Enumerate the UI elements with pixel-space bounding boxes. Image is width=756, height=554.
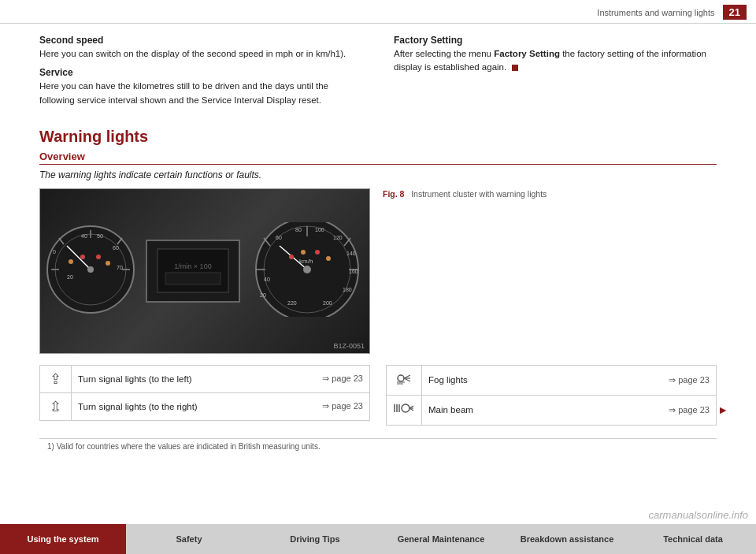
instrument-figure: 20 40 50 60 70 0 [39,188,717,354]
right-table-wrapper: Fog lights ⇒ page 23 [386,365,717,426]
nav-label-driving-tips: Driving Tips [290,534,339,544]
bottom-navigation: Using the system Safety Driving Tips Gen… [0,524,756,554]
main-content: Second speed Here you can switch on the … [0,24,756,459]
nav-item-safety[interactable]: Safety [126,524,252,554]
svg-line-50 [404,378,410,381]
svg-point-44 [301,250,306,255]
svg-text:60: 60 [113,245,119,251]
nav-label-general-maintenance: General Maintenance [398,534,485,544]
fog-lights-desc-cell: Fog lights [422,365,575,395]
main-beam-desc-cell: Main beam [422,395,575,425]
center-display: 1/min × 100 [146,240,240,303]
svg-text:50: 50 [97,233,103,239]
table-row: Main beam ⇒ page 23 ► [387,395,717,425]
svg-text:40: 40 [81,233,87,239]
fig-caption: Fig. 8 Instrument cluster with warning l… [383,189,547,199]
nav-item-technical-data[interactable]: Technical data [630,524,756,554]
svg-text:180: 180 [343,287,352,292]
table-row: ⇫ Turn signal lights (to the right) ⇒ pa… [40,392,370,420]
right-column: Factory Setting After selecting the menu… [394,35,717,113]
svg-text:220: 220 [287,300,297,306]
right-warning-table: Fog lights ⇒ page 23 [386,365,717,426]
watermark: carmanualsonline.info [649,509,748,521]
left-gauge-container: 20 40 50 60 70 0 [43,222,138,319]
overview-bar: Overview [39,151,717,165]
svg-point-45 [315,250,320,255]
service-text: Here you can have the kilometres still t… [39,80,362,107]
service-title: Service [39,67,362,78]
link-cell-2: ⇒ page 23 [284,392,369,420]
nav-label-technical-data: Technical data [663,534,723,544]
main-beam-svg [393,400,415,416]
center-display-svg: 1/min × 100 [154,245,232,296]
image-caption-area: Fig. 8 Instrument cluster with warning l… [383,188,717,199]
svg-point-43 [289,255,294,259]
left-warning-table: ⇪ Turn signal lights (to the left) ⇒ pag… [39,365,370,421]
overview-text: The warning lights indicate certain func… [39,169,717,180]
nav-item-general-maintenance[interactable]: General Maintenance [378,524,504,554]
svg-text:60: 60 [276,235,282,240]
svg-rect-19 [158,249,228,292]
icon-cell-right-2 [387,395,422,425]
main-beam-desc: Main beam [428,405,473,415]
svg-point-30 [303,266,311,273]
main-beam-icon [393,403,415,419]
svg-text:20: 20 [67,274,73,280]
next-page-arrow: ► [717,403,728,416]
left-column: Second speed Here you can switch on the … [39,35,362,113]
footnote: 1) Valid for countries where the values … [39,438,717,451]
right-gauge-container: 40 60 80 100 120 140 160 180 200 220 20 [248,222,366,319]
turn-right-desc: Turn signal lights (to the right) [78,402,198,411]
overview-title: Overview [39,151,717,162]
svg-text:40: 40 [264,277,270,282]
svg-text:0: 0 [53,249,56,255]
link-cell-1: ⇒ page 23 [284,365,369,392]
svg-point-17 [96,255,101,259]
svg-text:120: 120 [333,235,343,240]
svg-point-46 [326,256,331,261]
svg-point-47 [398,375,404,381]
second-speed-title: Second speed [39,35,362,46]
nav-label-breakdown-assistance: Breakdown assistance [521,534,614,544]
svg-text:1/min × 100: 1/min × 100 [174,262,211,270]
fig-description: Instrument cluster with warning lights [411,189,547,199]
instrument-image-inner: 20 40 50 60 70 0 [40,189,369,353]
table-row: Fog lights ⇒ page 23 [387,365,717,395]
turn-left-desc: Turn signal lights (to the left) [78,374,192,384]
fog-lights-desc: Fog lights [428,375,468,385]
svg-text:km/h: km/h [299,258,313,265]
second-speed-text: Here you can switch on the display of th… [39,47,362,61]
red-bullet [512,65,518,71]
nav-item-breakdown-assistance[interactable]: Breakdown assistance [504,524,630,554]
chapter-title: Instruments and warning lights [597,8,714,17]
turn-left-link[interactable]: ⇒ page 23 [322,374,363,383]
table-row: ⇪ Turn signal lights (to the left) ⇒ pag… [40,365,370,392]
svg-text:80: 80 [295,227,302,232]
description-cell-1: Turn signal lights (to the left) [72,365,284,392]
gauges-group: 20 40 50 60 70 0 [43,222,366,319]
svg-point-56 [402,404,410,412]
factory-setting-text: After selecting the menu Factory Setting… [394,47,717,75]
svg-text:100: 100 [315,227,324,232]
factory-setting-pre: After selecting the menu [394,49,494,58]
left-table-wrapper: ⇪ Turn signal lights (to the left) ⇒ pag… [39,365,370,426]
svg-point-18 [106,261,110,266]
svg-text:70: 70 [117,265,123,270]
turn-right-link[interactable]: ⇒ page 23 [322,401,363,411]
image-code: B1Z-0051 [333,342,365,350]
icon-cell-left-2: ⇫ [40,392,72,420]
svg-text:20: 20 [260,292,266,298]
main-beam-link[interactable]: ⇒ page 23 [669,405,710,415]
svg-point-8 [87,266,94,273]
main-beam-link-cell: ⇒ page 23 ► [574,395,716,425]
svg-text:140: 140 [346,251,356,256]
turn-right-icon: ⇫ [50,399,61,415]
icon-cell-right-1 [387,365,422,395]
nav-item-using-the-system[interactable]: Using the system [0,524,126,554]
factory-setting-title: Factory Setting [394,35,717,46]
svg-text:160: 160 [349,269,358,274]
nav-item-driving-tips[interactable]: Driving Tips [252,524,378,554]
fig-label: Fig. 8 [383,189,404,199]
warning-tables: ⇪ Turn signal lights (to the left) ⇒ pag… [39,365,717,426]
fog-lights-link[interactable]: ⇒ page 23 [669,375,710,385]
